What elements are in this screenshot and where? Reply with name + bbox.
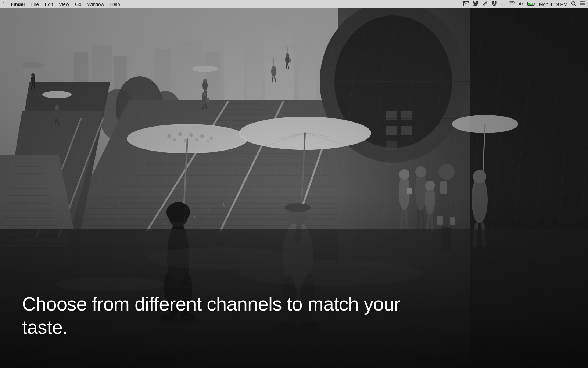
menu-view[interactable]: View [59, 1, 69, 7]
volume-icon[interactable] [519, 1, 524, 7]
battery-icon[interactable] [527, 1, 535, 7]
caption-text: Choose from different channels to match … [22, 293, 400, 337]
twitter-icon[interactable] [473, 1, 479, 7]
svg-line-1 [486, 2, 487, 3]
overlay-caption: Choose from different channels to match … [22, 293, 426, 339]
menu-help[interactable]: Help [110, 1, 120, 7]
menu-file[interactable]: File [31, 1, 39, 7]
apple-menu[interactable]:  [3, 1, 5, 7]
svg-marker-2 [491, 1, 494, 3]
svg-line-11 [575, 4, 576, 6]
writing-icon[interactable] [483, 1, 488, 7]
svg-marker-3 [494, 1, 497, 3]
menu-go[interactable]: Go [75, 1, 81, 7]
menubar-right: ··· M [463, 1, 585, 7]
svg-marker-7 [519, 1, 521, 6]
app-name[interactable]: Finder [11, 1, 25, 7]
dropbox-icon[interactable] [491, 1, 497, 7]
menubar-left:  Finder File Edit View Go Window Help [3, 1, 120, 7]
clock: Mon 4:19 PM [539, 1, 567, 7]
wifi-icon[interactable] [509, 1, 515, 7]
spotlight-icon[interactable] [571, 1, 576, 7]
menu-edit[interactable]: Edit [45, 1, 53, 7]
mail-icon[interactable] [463, 1, 469, 7]
more-icon[interactable]: ··· [501, 2, 505, 6]
notification-center-icon[interactable] [580, 1, 585, 7]
menubar:  Finder File Edit View Go Window Help [0, 0, 588, 8]
menu-window[interactable]: Window [87, 1, 104, 7]
main-content: Choose from different channels to match … [0, 8, 588, 368]
